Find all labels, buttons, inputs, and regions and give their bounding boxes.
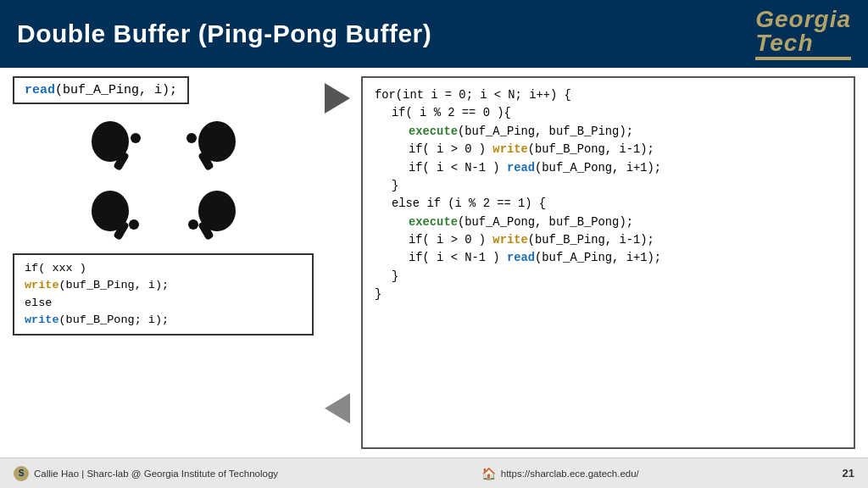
logo-text: Georgia Tech [755,8,851,55]
code-line-7: else if (i % 2 == 1) { [392,195,842,213]
paddle-bottom-right [165,180,257,247]
code-line-9: if( i > 0 ) write(buf_B_Ping, i-1); [409,231,842,249]
svg-point-11 [188,219,198,230]
logo-tech: Tech [755,30,813,56]
main-content: read(buf_A_Ping, i); [0,68,868,458]
logo-georgia: Georgia [755,6,851,32]
paddle-top-right [165,111,257,177]
code-line-8: execute(buf_A_Pong, buf_B_Pong); [409,214,842,231]
code-line-3: execute(buf_A_Ping, buf_B_Ping); [409,123,842,141]
footer: S Callie Hao | Sharc-lab @ Georgia Insti… [0,458,868,488]
footer-url: https://sharclab.ece.gatech.edu/ [501,469,639,479]
write-box: if( xxx ) write(buf_B_Ping, i); else wri… [13,253,314,336]
code-line-11: } [392,268,842,286]
read-box: read(buf_A_Ping, i); [13,76,189,104]
svg-point-2 [131,133,141,143]
code-line-12: } [375,286,842,303]
code-line-4: if( i > 0 ) write(buf_B_Pong, i-1); [409,141,842,158]
arrow-left-icon [325,393,350,424]
sharc-icon: S [14,466,29,481]
left-panel: read(buf_A_Ping, i); [13,76,314,449]
write-line4: write(buf_B_Pong; i); [25,312,302,329]
svg-point-5 [186,133,197,143]
write-line2: write(buf_B_Ping, i); [25,277,302,294]
ping-pong-illustration [70,111,257,247]
footer-page: 21 [843,467,854,480]
write-line1: if( xxx ) [25,260,302,277]
paddle-bottom-left [70,180,162,247]
svg-point-8 [129,219,139,230]
read-keyword: read [25,83,55,97]
code-line-5: if( i < N-1 ) read(buf_A_Pong, i+1); [409,159,842,177]
code-panel: for(int i = 0; i < N; i++) { if( i % 2 =… [361,76,855,449]
georgia-tech-logo: Georgia Tech [755,8,851,60]
header: Double Buffer (Ping-Pong Buffer) Georgia… [0,0,868,68]
read-args: (buf_A_Ping, i); [55,83,177,97]
logo-bar [755,57,851,60]
write-line3: else [25,295,302,312]
house-icon: 🏠 [481,467,496,480]
arrows-column [322,76,353,449]
code-line-2: if( i % 2 == 0 ){ [392,104,842,122]
code-line-1: for(int i = 0; i < N; i++) { [375,86,842,104]
code-line-6: } [392,177,842,195]
footer-left: S Callie Hao | Sharc-lab @ Georgia Insti… [14,466,278,481]
footer-center: 🏠 https://sharclab.ece.gatech.edu/ [481,467,639,480]
paddle-top-left [70,111,162,177]
slide-title: Double Buffer (Ping-Pong Buffer) [17,19,431,48]
arrow-right-icon [325,83,350,114]
footer-author: Callie Hao | Sharc-lab @ Georgia Institu… [34,469,278,479]
code-line-10: if( i < N-1 ) read(buf_A_Ping, i+1); [409,249,842,267]
